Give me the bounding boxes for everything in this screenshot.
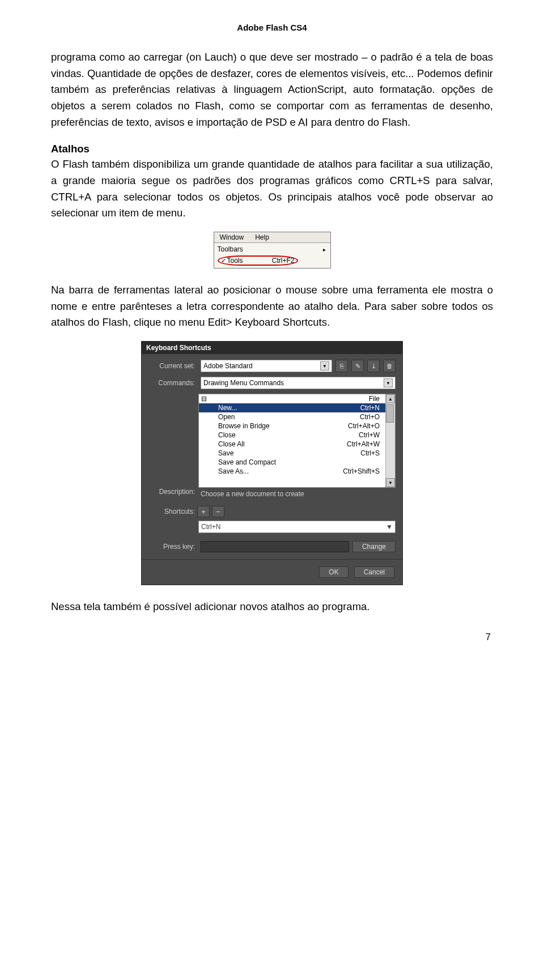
- remove-shortcut-button[interactable]: −: [212, 506, 224, 517]
- scroll-down-icon[interactable]: ▼: [386, 478, 395, 487]
- export-set-icon[interactable]: ⤓: [367, 360, 380, 372]
- menu-tools-shortcut: Ctrl+F2: [272, 257, 295, 265]
- tree-item[interactable]: Save As...Ctrl+Shift+S: [199, 467, 385, 476]
- commands-tree[interactable]: File New...Ctrl+NOpenCtrl+OBrowse in Bri…: [198, 394, 396, 488]
- current-set-label: Current set:: [148, 362, 197, 370]
- tree-item-shortcut: Ctrl+W: [359, 431, 380, 439]
- press-key-label: Press key:: [148, 543, 197, 551]
- duplicate-set-icon[interactable]: ⎘: [335, 360, 348, 372]
- tree-item-shortcut: Ctrl+Alt+W: [347, 440, 380, 448]
- highlighted-ring: Tools Ctrl+F2: [218, 255, 298, 266]
- tree-item-name: Save and Compact: [218, 458, 276, 466]
- description-value: Choose a new document to create: [199, 488, 304, 504]
- tree-item[interactable]: New...Ctrl+N: [199, 403, 385, 412]
- tree-item-name: New...: [218, 404, 237, 412]
- tree-item-shortcut: Ctrl+N: [360, 404, 380, 412]
- tree-scrollbar[interactable]: ▲ ▼: [385, 394, 395, 487]
- tree-item-name: Close: [218, 431, 236, 439]
- tree-item-name: Open: [218, 413, 235, 421]
- commands-label: Commands:: [148, 379, 197, 387]
- submenu-arrow-icon: ▸: [323, 246, 326, 253]
- tree-item-name: Save: [218, 449, 233, 457]
- change-button[interactable]: Change: [352, 541, 396, 552]
- menu-window[interactable]: Window: [214, 232, 250, 242]
- tree-item-name: Browse in Bridge: [218, 422, 270, 430]
- tree-item-shortcut: Ctrl+S: [360, 449, 380, 457]
- menu-toolbars-label: Toolbars: [218, 245, 243, 253]
- commands-value: Drawing Menu Commands: [203, 379, 284, 387]
- scroll-up-icon[interactable]: ▲: [386, 394, 395, 403]
- menu-screenshot: Window Help Toolbars ▸ Tools Ctrl+F2: [214, 232, 331, 269]
- keyboard-shortcuts-dialog: Keyboard Shortcuts Current set: Adobe St…: [141, 341, 403, 585]
- paragraph-1: programa como ao carregar (on Lauch) o q…: [51, 49, 493, 130]
- tree-item[interactable]: Close AllCtrl+Alt+W: [199, 440, 385, 449]
- delete-set-icon[interactable]: 🗑: [383, 360, 396, 372]
- tree-item[interactable]: SaveCtrl+S: [199, 449, 385, 458]
- dialog-title: Keyboard Shortcuts: [142, 342, 402, 354]
- paragraph-3: Na barra de ferramentas lateral ao posic…: [51, 282, 493, 331]
- tree-item-shortcut: Ctrl+Alt+O: [348, 422, 380, 430]
- section-atalhos: Atalhos: [51, 143, 493, 155]
- document-title: Adobe Flash CS4: [51, 23, 493, 32]
- tree-item[interactable]: CloseCtrl+W: [199, 431, 385, 440]
- dropdown-caret-icon: ▼: [386, 523, 393, 531]
- current-set-value: Adobe Standard: [203, 362, 253, 370]
- tree-file-group[interactable]: File: [199, 394, 385, 403]
- shortcuts-label: Shortcuts:: [148, 508, 197, 515]
- shortcut-value: Ctrl+N: [201, 523, 220, 531]
- paragraph-2: O Flash também disponibiliza um grande q…: [51, 156, 493, 221]
- tree-item-name: Close All: [218, 440, 245, 448]
- tree-item[interactable]: Save and Compact: [199, 458, 385, 467]
- menu-help[interactable]: Help: [249, 232, 275, 242]
- description-label: Description:: [148, 488, 197, 504]
- ok-button[interactable]: OK: [319, 566, 348, 578]
- dropdown-caret-icon: ▼: [320, 361, 329, 370]
- shortcut-field[interactable]: Ctrl+N ▼: [198, 521, 396, 533]
- checkmark-icon: Tools: [221, 257, 243, 265]
- tree-item-name: Save As...: [218, 467, 249, 475]
- submenu: Toolbars ▸ Tools Ctrl+F2: [214, 243, 330, 268]
- menu-bar: Window Help: [214, 232, 330, 243]
- commands-select[interactable]: Drawing Menu Commands ▼: [201, 377, 396, 389]
- cancel-button[interactable]: Cancel: [354, 566, 394, 578]
- add-shortcut-button[interactable]: +: [197, 506, 210, 517]
- current-set-select[interactable]: Adobe Standard ▼: [201, 360, 332, 372]
- tree-item-shortcut: Ctrl+Shift+S: [343, 467, 380, 475]
- rename-set-icon[interactable]: ✎: [351, 360, 364, 372]
- menu-tools-row[interactable]: Tools Ctrl+F2: [214, 254, 330, 267]
- tree-item-shortcut: Ctrl+O: [360, 413, 380, 421]
- page-number: 7: [51, 632, 493, 642]
- tree-item[interactable]: OpenCtrl+O: [199, 412, 385, 421]
- press-key-input[interactable]: [201, 541, 349, 552]
- scroll-thumb[interactable]: [386, 404, 394, 423]
- tree-item[interactable]: Browse in BridgeCtrl+Alt+O: [199, 421, 385, 431]
- menu-toolbars[interactable]: Toolbars ▸: [214, 244, 330, 254]
- dropdown-caret-icon: ▼: [384, 378, 393, 387]
- paragraph-4: Nessa tela também é possível adicionar n…: [51, 599, 493, 615]
